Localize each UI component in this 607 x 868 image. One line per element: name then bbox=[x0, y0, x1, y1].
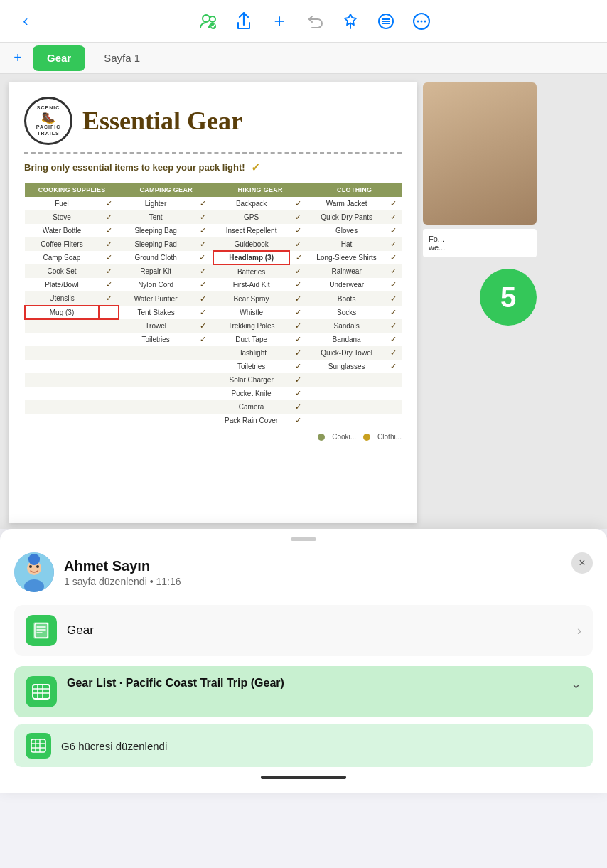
user-avatar bbox=[14, 552, 54, 592]
gear-table: COOKING SUPPLIES CAMPING GEAR HIKING GEA… bbox=[24, 183, 402, 427]
home-indicator bbox=[261, 776, 346, 779]
document-subtitle: Bring only essential items to keep your … bbox=[24, 161, 402, 174]
pin-icon[interactable] bbox=[339, 10, 362, 33]
legend-dot-clothing bbox=[363, 434, 370, 441]
checkmark-icon: ✓ bbox=[251, 161, 260, 174]
collab-icon[interactable] bbox=[197, 10, 220, 33]
logo: SCENIC 🥾 PACIFIC TRAILS bbox=[24, 97, 72, 145]
main-content: SCENIC 🥾 PACIFIC TRAILS Essential Gear B… bbox=[0, 74, 607, 529]
more-icon[interactable] bbox=[410, 10, 433, 33]
logo-line2: PACIFIC bbox=[36, 124, 60, 130]
dashed-divider bbox=[24, 152, 402, 154]
svg-point-6 bbox=[421, 20, 423, 22]
tab-add-button[interactable]: + bbox=[7, 48, 28, 69]
file-card[interactable]: Gear › bbox=[14, 605, 593, 656]
table-row: Camp Soap✓ Ground Cloth✓ Headlamp (3)✓ L… bbox=[25, 251, 402, 264]
table-body: Fuel✓ Lighter✓ Backpack✓ Warm Jacket✓ St… bbox=[25, 197, 402, 427]
table-row: Water Bottle✓ Sleeping Bag✓ Insect Repel… bbox=[25, 224, 402, 237]
logo-line3: TRAILS bbox=[37, 131, 59, 136]
table-row: Toiletries✓ Sunglasses✓ bbox=[25, 360, 402, 373]
list-icon[interactable] bbox=[375, 10, 397, 33]
file-name: Gear bbox=[67, 623, 567, 638]
table-row: Cook Set✓ Repair Kit✓ Batteries✓ Rainwea… bbox=[25, 264, 402, 278]
panel-text: Fo...we... bbox=[423, 229, 537, 257]
back-button[interactable]: ‹ bbox=[14, 10, 37, 33]
table-row: Pocket Knife✓ bbox=[25, 387, 402, 400]
chevron-right-icon: › bbox=[577, 623, 581, 638]
table-row: Flashlight✓ Quick-Dry Towel✓ bbox=[25, 346, 402, 360]
svg-point-12 bbox=[36, 565, 39, 568]
legend-dot-cooking bbox=[318, 434, 325, 441]
table-row: Coffee Filters✓ Sleeping Pad✓ Guidebook✓… bbox=[25, 237, 402, 251]
col-header-hiking: HIKING GEAR bbox=[213, 183, 307, 197]
user-row: Ahmet Sayın 1 sayfa düzenlendi • 11:16 × bbox=[14, 552, 593, 592]
top-navigation: ‹ + bbox=[0, 0, 607, 43]
table-row: Camera✓ bbox=[25, 400, 402, 414]
legend-label-clothing: Clothi... bbox=[377, 433, 402, 441]
change-card-icon bbox=[26, 676, 57, 707]
close-button[interactable]: × bbox=[571, 552, 593, 574]
svg-point-1 bbox=[210, 16, 215, 22]
tab-gear[interactable]: Gear bbox=[33, 45, 85, 71]
photo-panel bbox=[423, 82, 537, 225]
table-row: Toiletries✓ Duct Tape✓ Bandana✓ bbox=[25, 333, 402, 346]
legend: Cooki... Clothi... bbox=[24, 433, 402, 441]
table-row: Fuel✓ Lighter✓ Backpack✓ Warm Jacket✓ bbox=[25, 197, 402, 210]
user-info: Ahmet Sayın 1 sayfa düzenlendi • 11:16 bbox=[64, 558, 593, 587]
right-panel: Fo...we... 5 bbox=[423, 82, 537, 520]
change-card[interactable]: Gear List · Pacific Coast Trail Trip (Ge… bbox=[14, 666, 593, 717]
table-row: Solar Charger✓ bbox=[25, 373, 402, 387]
table-row: Trowel✓ Trekking Poles✓ Sandals✓ bbox=[25, 319, 402, 333]
change-card-wrapper: Gear List · Pacific Coast Trail Trip (Ge… bbox=[14, 666, 593, 717]
number-badge: 5 bbox=[480, 269, 537, 326]
table-row: Mug (3) Tent Stakes✓ Whistle✓ Socks✓ bbox=[25, 306, 402, 319]
document-page: SCENIC 🥾 PACIFIC TRAILS Essential Gear B… bbox=[9, 82, 417, 523]
drag-handle[interactable] bbox=[291, 537, 316, 541]
tabs-bar: + Gear Sayfa 1 bbox=[0, 43, 607, 74]
user-meta: 1 sayfa düzenlendi • 11:16 bbox=[64, 576, 593, 587]
table-row: Utensils✓ Water Purifier✓ Bear Spray✓ Bo… bbox=[25, 291, 402, 306]
sub-item: G6 hücresi düzenlendi bbox=[14, 724, 593, 767]
svg-rect-15 bbox=[33, 622, 49, 639]
undo-icon[interactable] bbox=[304, 10, 326, 33]
file-icon bbox=[26, 615, 57, 646]
sub-item-text: G6 hücresi düzenlendi bbox=[61, 740, 167, 752]
table-row: Plate/Bowl✓ Nylon Cord✓ First-Aid Kit✓ U… bbox=[25, 278, 402, 291]
table-row: Pack Rain Cover✓ bbox=[25, 414, 402, 427]
svg-point-11 bbox=[29, 565, 32, 568]
highlighted-headlamp: Headlamp (3) bbox=[213, 251, 289, 264]
svg-point-7 bbox=[424, 20, 426, 22]
bottom-sheet: Ahmet Sayın 1 sayfa düzenlendi • 11:16 ×… bbox=[0, 529, 607, 793]
change-card-content: Gear List · Pacific Coast Trail Trip (Ge… bbox=[67, 676, 561, 691]
svg-point-5 bbox=[417, 20, 419, 22]
tab-page1[interactable]: Sayfa 1 bbox=[90, 45, 154, 71]
col-header-cooking: COOKING SUPPLIES bbox=[25, 183, 119, 197]
logo-line1: SCENIC bbox=[37, 105, 60, 111]
change-card-title: Gear List · Pacific Coast Trail Trip (Ge… bbox=[67, 676, 561, 691]
share-icon[interactable] bbox=[232, 10, 255, 33]
svg-point-0 bbox=[203, 15, 210, 22]
svg-rect-20 bbox=[33, 685, 50, 699]
sub-item-icon bbox=[26, 733, 51, 759]
add-icon[interactable]: + bbox=[268, 10, 291, 33]
svg-rect-25 bbox=[31, 739, 45, 752]
table-row: Stove✓ Tent✓ GPS✓ Quick-Dry Pants✓ bbox=[25, 210, 402, 224]
user-name: Ahmet Sayın bbox=[64, 558, 593, 574]
doc-header: SCENIC 🥾 PACIFIC TRAILS Essential Gear bbox=[24, 97, 402, 145]
highlighted-mug: Mug (3) bbox=[25, 306, 99, 319]
chevron-down-icon: ⌄ bbox=[571, 676, 581, 692]
col-header-clothing: CLOTHING bbox=[307, 183, 402, 197]
legend-label-cooking: Cooki... bbox=[332, 433, 356, 441]
svg-rect-14 bbox=[28, 557, 40, 561]
col-header-camping: CAMPING GEAR bbox=[119, 183, 213, 197]
document-title: Essential Gear bbox=[82, 106, 242, 136]
